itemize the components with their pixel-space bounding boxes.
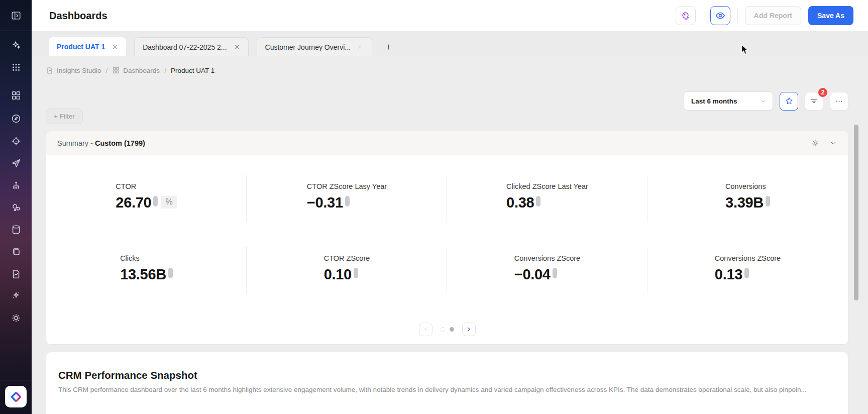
sidebar-item-settings[interactable] [0,312,32,324]
page-dot-2-active[interactable] [450,327,454,332]
kpi-value: 3.39B [725,195,764,210]
divider [737,9,738,22]
topbar: Dashboards Add Report Save As [32,0,868,31]
report-doc-icon [11,268,22,279]
star-icon [785,96,794,106]
kpi-value: 0.10 [324,267,352,282]
kpi-pagination [46,323,848,336]
value-indicator [744,268,749,278]
sidebar-item-campaigns[interactable] [0,157,32,169]
kpi-value: −0.31 [307,195,343,210]
summary-card-title: Summary - Custom (1799) [57,139,145,147]
compass-icon [11,113,22,124]
sidebar-item-segments[interactable] [0,201,32,214]
sidebar-item-templates[interactable] [0,246,32,258]
sidebar-divider [0,380,32,380]
pagination-dots [441,327,454,332]
topbar-actions: Add Report Save As [676,6,853,25]
value-indicator [553,268,557,278]
summary-card: Summary - Custom (1799) CTOR 26.70 [46,131,848,345]
sidebar-item-ai[interactable] [0,39,32,51]
sidebar-item-reports[interactable] [0,268,32,280]
main-area: Dashboards Add Report Save As Product UA… [32,0,868,414]
kpi-row-2: Clicks 13.56B CTOR ZScore 0.10 [46,254,848,282]
collapse-chevron-icon[interactable] [830,140,837,147]
kpi-card-ctor-zscore: CTOR ZScore 0.10 [247,254,447,282]
close-icon[interactable] [234,44,240,50]
breadcrumb-separator: / [106,67,108,74]
page-title: Dashboards [49,10,107,22]
more-options-button[interactable] [830,92,848,111]
sidebar-item-data[interactable] [0,224,32,236]
filter-button[interactable]: 2 [805,92,823,111]
breadcrumb-label: Insights Studio [57,67,101,74]
kpi-label: Conversions ZScore [715,254,781,262]
close-icon[interactable] [357,44,364,50]
prev-page-button[interactable] [419,323,432,336]
summary-card-header: Summary - Custom (1799) [46,131,848,155]
sidebar-divider [0,31,32,31]
sidebar-item-apps[interactable] [0,61,32,73]
add-filter-button[interactable]: + Filter [46,109,83,124]
sidebar-item-target[interactable] [0,135,32,147]
new-tab-button[interactable] [380,37,397,56]
kpi-value: −0.04 [514,267,551,282]
date-range-value: Last 6 months [691,97,737,105]
settings-gear-icon [11,313,22,324]
kpi-value: 26.70 [116,195,151,210]
tab-product-uat-1[interactable]: Product UAT 1 [49,37,126,56]
save-as-button[interactable]: Save As [808,6,853,25]
add-report-button[interactable]: Add Report [745,6,801,25]
ai-assistant-icon [680,10,691,21]
chevron-right-icon [466,326,472,333]
hierarchy-icon [11,180,22,191]
kpi-card-conversions-zscore-2: Conversions ZScore 0.13 [647,254,848,282]
close-icon[interactable] [112,44,118,50]
kpi-unit: % [161,196,177,209]
tab-label: Customer Journey Overvi... [265,43,351,51]
breadcrumb-label: Dashboards [123,67,160,74]
favorite-button[interactable] [780,92,798,111]
breadcrumb-dashboards[interactable]: Dashboards [112,66,160,74]
crm-card-description: This CRM performance dashboard over the … [58,386,836,393]
gear-icon[interactable] [811,139,820,148]
sidebar-item-journeys[interactable] [0,179,32,191]
kpi-value: 13.56B [120,267,166,282]
summary-card-actions [811,139,837,148]
ai-assistant-button[interactable] [676,6,696,25]
value-indicator [766,196,770,206]
value-indicator [354,268,358,278]
crm-card-title: CRM Performance Snapshot [58,369,836,381]
kpi-label: Conversions ZScore [514,254,580,262]
sidebar-item-magic[interactable] [0,290,32,302]
next-page-button[interactable] [462,323,476,336]
sidebar-item-collapse[interactable] [0,10,32,22]
tab-label: Product UAT 1 [57,43,105,51]
page-dot-1[interactable] [441,327,445,332]
breadcrumb-insights-studio[interactable]: Insights Studio [46,66,101,74]
brand-diamond-logo [10,390,23,403]
bubbles-icon [11,202,22,213]
sidebar-item-dashboards[interactable] [0,89,32,101]
kpi-label: CTOR [116,182,177,190]
grid-icon [112,66,120,74]
filter-lines-icon [810,97,818,106]
content: Insights Studio / Dashboards / Product U… [32,65,868,414]
scrollbar-thumb[interactable] [854,125,858,300]
kpi-label: Clicked ZScore Last Year [506,182,588,190]
tab-dashboard-07-22[interactable]: Dashboard 07-22-2025 2... [134,37,248,56]
dashboards-icon [11,90,22,101]
breadcrumb-current: Product UAT 1 [171,67,214,74]
apps-grid-icon [11,62,22,73]
breadcrumb: Insights Studio / Dashboards / Product U… [46,65,848,75]
sidebar-item-explore[interactable] [0,113,32,125]
kpi-card-conversions: Conversions 3.39B [647,182,848,210]
target-icon [11,136,22,147]
kpi-card-ctor: CTOR 26.70 % [46,182,247,210]
date-range-select[interactable]: Last 6 months [684,91,773,111]
preview-button[interactable] [710,6,730,25]
brand-logo[interactable] [5,386,27,407]
sidebar-collapse-icon [11,10,22,21]
tab-customer-journey[interactable]: Customer Journey Overvi... [257,37,372,56]
kpi-card-clicks: Clicks 13.56B [46,254,247,282]
